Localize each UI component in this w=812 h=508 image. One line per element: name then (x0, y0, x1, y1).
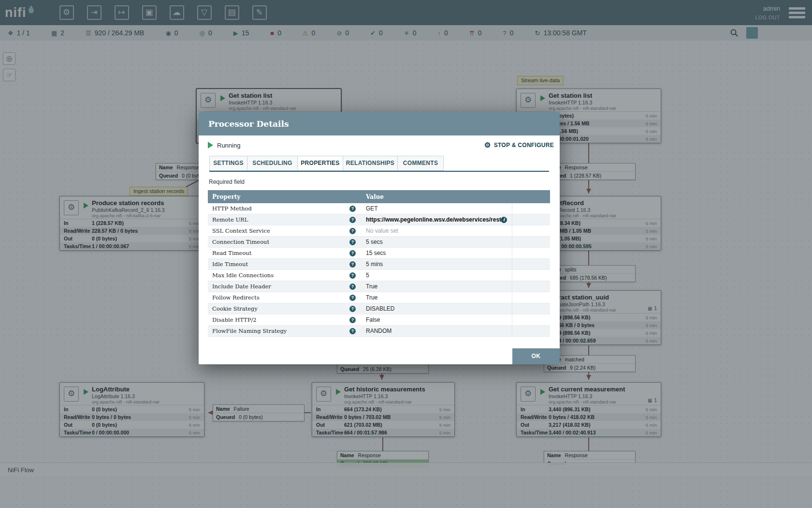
property-row: Max Idle Connections? 5 (208, 270, 550, 281)
tab-properties[interactable]: PROPERTIES (297, 156, 343, 171)
property-row: Include Date Header? True (208, 281, 550, 292)
processor-details-dialog: Processor Details Running ⚙ STOP & CONFI… (199, 112, 560, 364)
property-row: HTTP Method? GET (208, 203, 550, 214)
property-name: Idle Timeout (212, 261, 248, 268)
property-value[interactable]: True (366, 294, 377, 301)
help-icon[interactable]: ? (349, 239, 356, 245)
dialog-header: Processor Details (199, 112, 560, 135)
property-value[interactable]: 5 mins (366, 261, 383, 268)
run-status-label: Running (217, 142, 240, 149)
property-name: HTTP Method (212, 205, 252, 212)
property-name: Cookie Strategy (212, 305, 258, 312)
help-icon[interactable]: ? (349, 217, 356, 223)
property-name: Max Idle Connections (212, 272, 274, 279)
property-row: SSL Context Service? No value set (208, 225, 550, 237)
help-icon[interactable]: ? (349, 250, 356, 256)
properties-table-header: Property Value (208, 190, 550, 203)
property-value[interactable]: True (366, 283, 377, 290)
required-field-label: Required field (209, 179, 560, 185)
property-row: Disable HTTP/2? False (208, 314, 550, 326)
running-status-icon (208, 142, 213, 149)
property-row: FlowFile Naming Strategy? RANDOM (208, 326, 550, 337)
property-value[interactable]: DISABLED (366, 305, 394, 312)
info-icon[interactable]: i (501, 217, 507, 223)
help-icon[interactable]: ? (349, 306, 356, 312)
dialog-title: Processor Details (208, 119, 289, 129)
property-name: Connection Timeout (212, 239, 269, 245)
property-row: Attributes to Send? No value set (208, 337, 550, 337)
property-name: Include Date Header (212, 283, 271, 290)
tab-scheduling[interactable]: SCHEDULING (247, 156, 297, 171)
property-value[interactable]: RANDOM (366, 328, 392, 334)
stop-and-configure-button[interactable]: ⚙ STOP & CONFIGURE (484, 141, 554, 149)
property-value[interactable]: https://www.pegelonline.wsv.de/webservic… (366, 216, 501, 223)
property-value[interactable]: 5 (366, 272, 369, 279)
property-name: Follow Redirects (212, 294, 260, 301)
value-column-header: Value (361, 194, 512, 200)
property-name: SSL Context Service (212, 227, 270, 234)
property-name: Read Timeout (212, 250, 251, 256)
tab-settings[interactable]: SETTINGS (209, 156, 247, 171)
property-row: Connection Timeout? 5 secs (208, 237, 550, 248)
property-row: Idle Timeout? 5 mins (208, 259, 550, 270)
help-icon[interactable]: ? (349, 272, 356, 279)
stop-configure-icon: ⚙ (484, 141, 491, 149)
help-icon[interactable]: ? (349, 317, 356, 323)
property-name: Disable HTTP/2 (212, 316, 257, 323)
ok-button[interactable]: OK (512, 348, 560, 364)
property-value[interactable]: GET (366, 205, 378, 212)
help-icon[interactable]: ? (349, 261, 356, 268)
property-name: FlowFile Naming Strategy (212, 328, 287, 334)
help-icon[interactable]: ? (349, 328, 356, 334)
tab-comments[interactable]: COMMENTS (397, 156, 444, 171)
help-icon[interactable]: ? (349, 228, 356, 234)
property-row: Read Timeout? 15 secs (208, 248, 550, 259)
property-column-header: Property (208, 194, 361, 200)
property-row: Remote URL? https://www.pegelonline.wsv.… (208, 214, 550, 225)
property-name: Remote URL (212, 216, 248, 223)
property-row: Follow Redirects? True (208, 292, 550, 303)
tab-relationships[interactable]: RELATIONSHIPS (343, 156, 397, 171)
properties-table: Property Value HTTP Method? GET Remote U… (208, 190, 550, 337)
property-value[interactable]: No value set (366, 227, 398, 234)
dialog-tabs: SETTINGS SCHEDULING PROPERTIES RELATIONS… (209, 156, 549, 172)
property-value[interactable]: False (366, 316, 380, 323)
property-value[interactable]: 15 secs (366, 250, 386, 256)
help-icon[interactable]: ? (349, 295, 356, 301)
property-row: Cookie Strategy? DISABLED (208, 303, 550, 314)
help-icon[interactable]: ? (349, 206, 356, 212)
help-icon[interactable]: ? (349, 284, 356, 290)
property-value[interactable]: 5 secs (366, 239, 383, 245)
